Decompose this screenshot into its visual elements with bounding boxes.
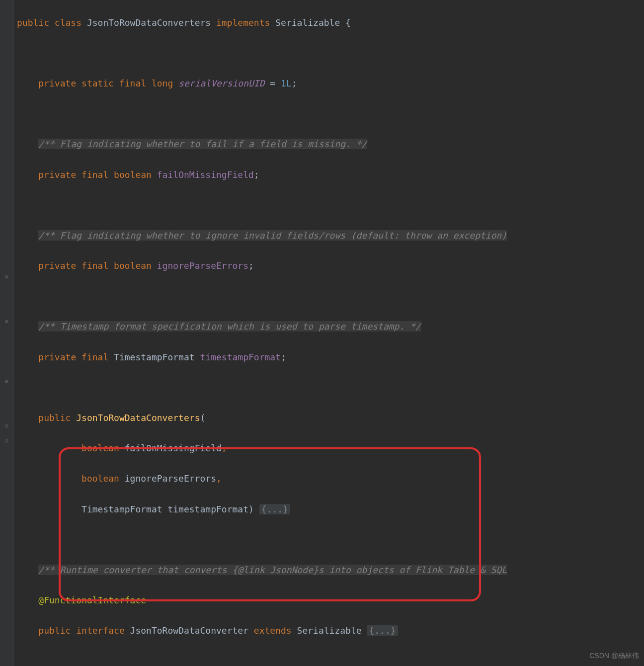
code-line: /** Runtime converter that converts {@li… xyxy=(17,563,644,578)
code-line: boolean failOnMissingField, xyxy=(17,441,644,456)
fold-plus-icon[interactable]: ⊕ xyxy=(3,273,10,280)
fold-region[interactable]: {...} xyxy=(259,504,290,514)
code-line: /** Timestamp format specification which… xyxy=(17,319,644,334)
code-line: public JsonToRowDataConverters( xyxy=(17,411,644,426)
code-line: private final boolean failOnMissingField… xyxy=(17,167,644,183)
fold-region[interactable]: {...} xyxy=(367,625,398,636)
code-editor[interactable]: public class JsonToRowDataConverters imp… xyxy=(0,0,644,666)
code-line: private final TimestampFormat timestampF… xyxy=(17,350,644,365)
code-line: public class JsonToRowDataConverters imp… xyxy=(17,15,644,31)
code-line: public interface JsonToRowDataConverter … xyxy=(17,623,644,639)
code-line: private static final long serialVersionU… xyxy=(17,76,644,91)
fold-minus-icon[interactable]: ⊖ xyxy=(3,437,10,444)
code-line: TimestampFormat timestampFormat) {...} xyxy=(17,502,644,517)
code-line: private final boolean ignoreParseErrors; xyxy=(17,258,644,274)
code-line: /** Flag indicating whether to fail if a… xyxy=(17,137,644,152)
watermark-text: CSDN @杨林伟 xyxy=(589,650,639,662)
fold-plus-icon[interactable]: ⊕ xyxy=(3,378,10,385)
fold-plus-icon[interactable]: ⊕ xyxy=(3,318,10,325)
fold-minus-icon[interactable]: ⊖ xyxy=(3,422,10,429)
code-line: /** Flag indicating whether to ignore in… xyxy=(17,228,644,244)
editor-gutter: ⊕ ⊕ ⊕ ⊖ ⊖ xyxy=(0,0,14,666)
code-line: @FunctionalInterface xyxy=(17,593,644,608)
code-line: boolean ignoreParseErrors, xyxy=(17,471,644,487)
